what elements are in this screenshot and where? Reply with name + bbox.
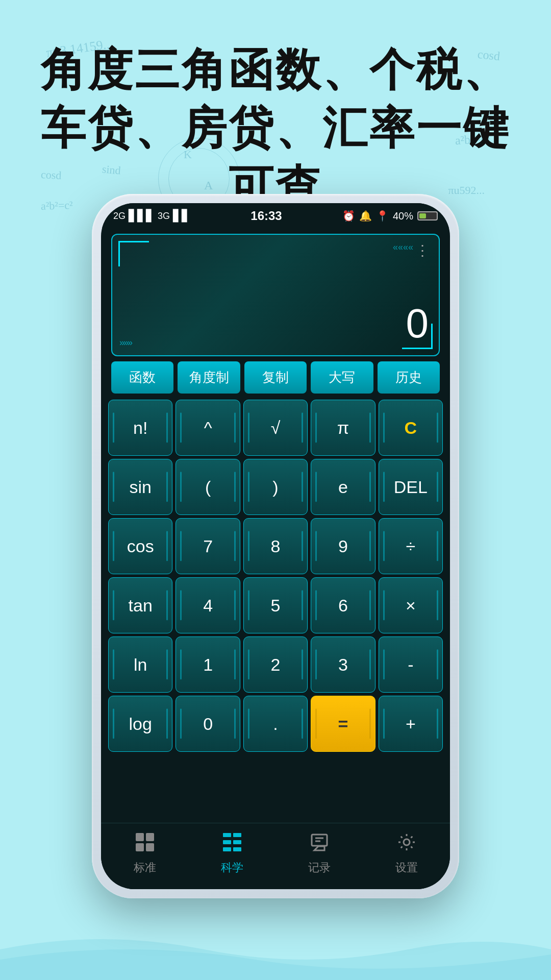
top-heading: 角度三角函数、个税、 车贷、房贷、汇率一键可查 [31,41,520,216]
battery-fill [419,213,426,218]
heading-line1: 角度三角函数、个税、 [41,44,510,95]
signal-bars2: ▋▋ [173,209,190,223]
btn-row-4: tan 4 5 6 × [108,577,443,633]
btn-power[interactable]: ^ [176,400,240,456]
signal-bars: ▋▋▋ [129,209,155,223]
phone-inner: 2G ▋▋▋ 3G ▋▋ 16:33 ⏰ 🔔 📍 40% [101,203,450,889]
btn-pi[interactable]: π [311,400,375,456]
btn-9[interactable]: 9 [311,518,375,574]
func-button-func[interactable]: 函数 [111,361,173,394]
svg-rect-5 [233,833,241,837]
grid-icon [135,832,155,857]
btn-divide[interactable]: ÷ [379,518,443,574]
nav-label-scientific: 科学 [221,860,243,875]
btn-clear[interactable]: C [379,400,443,456]
btn-row-1: n! ^ √ π C [108,400,443,456]
status-icons: ⏰ 🔔 📍 40% [342,210,438,222]
more-options-icon[interactable]: ⋮ [415,242,431,259]
svg-rect-7 [233,840,241,844]
btn-5[interactable]: 5 [243,577,308,633]
btn-lparen[interactable]: ( [176,459,240,515]
gear-icon [396,832,417,857]
btn-cos[interactable]: cos [108,518,172,574]
btn-7[interactable]: 7 [176,518,240,574]
btn-factorial[interactable]: n! [108,400,172,456]
btn-equals[interactable]: = [311,696,375,752]
signal-icons: 2G ▋▋▋ 3G ▋▋ [113,209,190,223]
btn-2[interactable]: 2 [243,636,308,693]
btn-4[interactable]: 4 [176,577,240,633]
svg-rect-3 [146,843,154,851]
svg-rect-4 [223,833,231,837]
nav-label-standard: 标准 [134,860,156,875]
nav-item-scientific[interactable]: 科学 [221,832,243,875]
btn-euler[interactable]: e [311,459,375,515]
btn-dot[interactable]: . [243,696,308,752]
signal-text: 2G [113,211,126,222]
btn-del[interactable]: DEL [379,459,443,515]
btn-row-2: sin ( ) e DEL [108,459,443,515]
btn-sin[interactable]: sin [108,459,172,515]
phone-mockup: 2G ▋▋▋ 3G ▋▋ 16:33 ⏰ 🔔 📍 40% [92,194,459,898]
func-button-copy[interactable]: 复制 [244,361,307,394]
svg-rect-9 [233,847,241,851]
btn-log[interactable]: log [108,696,172,752]
battery-bar [417,211,438,220]
svg-rect-1 [146,833,154,841]
btn-row-5: ln 1 2 3 - [108,636,443,693]
btn-3[interactable]: 3 [311,636,375,693]
func-button-caps[interactable]: 大写 [311,361,373,394]
location-icon: 📍 [376,210,389,222]
btn-ln[interactable]: ln [108,636,172,693]
svg-rect-10 [312,835,327,846]
svg-rect-0 [136,833,144,841]
btn-multiply[interactable]: × [379,577,443,633]
btn-sqrt[interactable]: √ [243,400,308,456]
svg-point-11 [404,839,410,845]
svg-rect-2 [136,843,144,851]
btn-minus[interactable]: - [379,636,443,693]
clock: 16:33 [251,209,282,223]
calc-buttons: n! ^ √ π C sin ( ) e DEL cos 7 [101,398,450,754]
btn-row-3: cos 7 8 9 ÷ [108,518,443,574]
hud-arrows-bl: »»» [119,337,132,348]
wave-decoration [0,919,551,980]
signal-text2: 3G [158,211,170,222]
btn-row-6: log 0 . = + [108,696,443,752]
nav-item-settings[interactable]: 设置 [395,832,418,875]
nav-item-record[interactable]: 记录 [308,832,331,875]
btn-tan[interactable]: tan [108,577,172,633]
status-bar: 2G ▋▋▋ 3G ▋▋ 16:33 ⏰ 🔔 📍 40% [101,203,450,229]
calc-screen: »»» «««« ⋮ 0 [111,234,440,356]
function-bar: 函数 角度制 复制 大写 历史 [111,361,440,394]
bottom-nav: 标准 科学 [101,823,450,889]
btn-6[interactable]: 6 [311,577,375,633]
btn-1[interactable]: 1 [176,636,240,693]
hud-corner-tl [118,241,149,266]
func-button-history[interactable]: 历史 [378,361,440,394]
svg-rect-6 [223,840,231,844]
btn-0[interactable]: 0 [176,696,240,752]
display-value: 0 [406,300,429,347]
alarm-icon: ⏰ [342,210,355,222]
func-button-angle[interactable]: 角度制 [178,361,240,394]
battery-text: 40% [393,210,413,222]
sigma-icon [222,832,242,857]
btn-rparen[interactable]: ) [243,459,308,515]
nav-label-settings: 设置 [395,860,418,875]
btn-plus[interactable]: + [379,696,443,752]
btn-8[interactable]: 8 [243,518,308,574]
svg-rect-8 [223,847,231,851]
phone-outer: 2G ▋▋▋ 3G ▋▋ 16:33 ⏰ 🔔 📍 40% [92,194,459,898]
nav-label-record: 记录 [308,860,331,875]
pencil-icon [309,832,330,857]
bell-icon: 🔔 [359,210,372,222]
nav-item-standard[interactable]: 标准 [134,832,156,875]
hud-arrows-tr: «««« [393,242,413,253]
